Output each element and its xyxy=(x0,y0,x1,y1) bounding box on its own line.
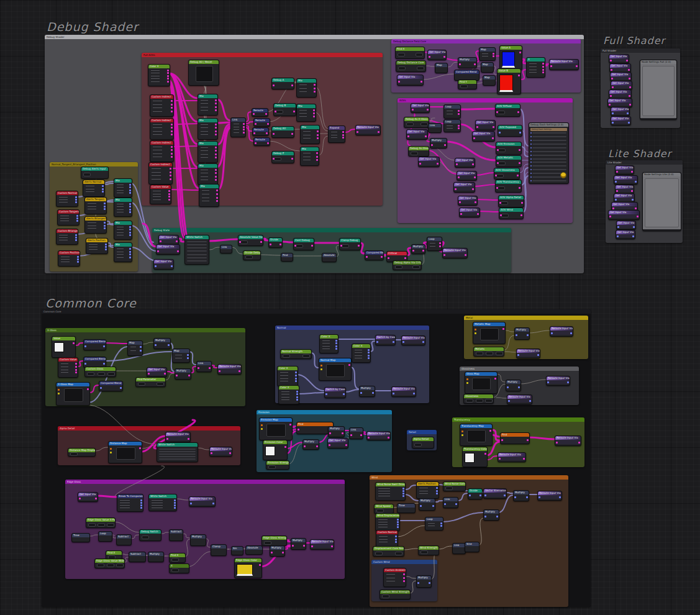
value-slider[interactable] xyxy=(142,535,149,539)
node[interactable]: Reroute Input Via xyxy=(550,326,573,337)
value-slider[interactable] xyxy=(398,53,405,57)
socket[interactable] xyxy=(140,504,142,506)
socket[interactable] xyxy=(215,102,217,104)
socket[interactable] xyxy=(440,522,442,524)
socket[interactable] xyxy=(215,157,217,158)
value-slider[interactable] xyxy=(476,352,483,355)
value-slider[interactable] xyxy=(88,523,96,527)
value-slider[interactable] xyxy=(264,541,271,545)
socket[interactable] xyxy=(140,499,142,501)
socket[interactable] xyxy=(316,159,318,161)
socket[interactable] xyxy=(216,200,218,202)
node[interactable]: Color X xyxy=(319,334,339,353)
socket[interactable] xyxy=(439,242,441,244)
node[interactable]: Get Input Via xyxy=(411,103,430,113)
socket[interactable] xyxy=(215,169,217,171)
socket[interactable] xyxy=(296,391,298,393)
node[interactable]: Reroute Input Via xyxy=(516,348,540,358)
value-slider[interactable] xyxy=(496,174,504,178)
value-slider[interactable] xyxy=(157,382,164,386)
node[interactable]: Emission Color xyxy=(263,440,288,460)
node[interactable]: Loop xyxy=(425,517,443,531)
socket[interactable] xyxy=(75,366,77,368)
node[interactable]: Map xyxy=(481,62,494,73)
value-slider[interactable] xyxy=(501,214,509,217)
node[interactable]: AOV Translucency xyxy=(495,180,522,193)
node[interactable]: Alerts Bitangent xyxy=(84,216,107,234)
socket[interactable] xyxy=(215,127,217,129)
socket[interactable] xyxy=(402,490,404,492)
socket[interactable] xyxy=(296,396,298,398)
socket[interactable] xyxy=(216,189,218,191)
node[interactable]: Reroute xyxy=(252,108,268,117)
socket[interactable] xyxy=(402,495,404,497)
socket[interactable] xyxy=(335,348,337,350)
node[interactable]: Mix xyxy=(300,147,319,166)
socket[interactable] xyxy=(368,355,370,357)
value-slider[interactable] xyxy=(412,265,420,269)
node[interactable]: Reroute xyxy=(252,127,269,136)
socket[interactable] xyxy=(493,53,494,55)
node[interactable]: AOV Glossiness xyxy=(494,168,520,180)
node[interactable]: Multiply xyxy=(514,327,530,340)
node[interactable]: Get Input Via xyxy=(609,89,632,99)
node[interactable]: Custom Normal xyxy=(56,191,78,207)
node[interactable]: Glossiness xyxy=(463,394,494,404)
node[interactable]: Find Parameter xyxy=(135,377,166,387)
value-slider[interactable] xyxy=(382,594,389,598)
node[interactable]: Debug Distance Core xyxy=(396,60,426,72)
node[interactable]: X xyxy=(169,563,189,573)
node[interactable]: Debug A xyxy=(271,78,294,89)
node[interactable]: Alerts Position xyxy=(86,238,108,254)
socket[interactable] xyxy=(314,84,316,86)
value-slider[interactable] xyxy=(240,240,248,244)
node[interactable]: Get Input Via xyxy=(609,63,631,73)
node[interactable]: Get Input Via xyxy=(153,259,174,270)
socket[interactable] xyxy=(168,199,170,201)
node[interactable]: Custom Gloss xyxy=(84,367,116,377)
node[interactable]: Multiply xyxy=(302,439,319,450)
node[interactable]: Link xyxy=(443,497,458,508)
node[interactable]: Clamp xyxy=(211,544,227,556)
socket[interactable] xyxy=(167,81,169,83)
socket[interactable] xyxy=(105,246,107,248)
value-slider[interactable] xyxy=(245,255,253,259)
node[interactable]: AOV Diffuse xyxy=(495,104,520,117)
node[interactable]: Debug AO / Bevel xyxy=(188,60,219,86)
node[interactable]: Debug Switch xyxy=(139,529,161,541)
node[interactable]: Get Input Via xyxy=(458,196,478,206)
node[interactable]: Mix xyxy=(198,163,218,185)
node[interactable]: Debug As Gloss xyxy=(408,146,429,157)
socket[interactable] xyxy=(168,196,170,198)
node[interactable]: Get Input Via xyxy=(457,171,477,181)
socket[interactable] xyxy=(174,507,176,509)
node[interactable]: Translucency Color xyxy=(462,447,488,467)
node[interactable]: Sine xyxy=(465,542,480,552)
socket[interactable] xyxy=(403,577,405,579)
node[interactable]: Alerts Position xyxy=(416,481,439,499)
value-slider[interactable] xyxy=(376,509,384,512)
value-slider[interactable] xyxy=(268,465,276,469)
node[interactable]: Compared Blend xyxy=(83,339,106,350)
node[interactable]: Get Input Via xyxy=(615,184,634,194)
socket[interactable] xyxy=(215,176,217,178)
node[interactable]: Absolute xyxy=(245,545,263,555)
node[interactable]: Subtract xyxy=(129,552,146,562)
socket[interactable] xyxy=(171,146,173,148)
node[interactable]: Get Input Via xyxy=(607,98,632,107)
value-slider[interactable] xyxy=(406,122,414,126)
node[interactable]: Custom Indirect xyxy=(150,140,174,162)
socket[interactable] xyxy=(458,125,460,127)
value-slider[interactable] xyxy=(498,186,505,190)
value-slider[interactable] xyxy=(466,399,473,403)
value-slider[interactable] xyxy=(476,399,483,403)
value-slider[interactable] xyxy=(375,552,383,555)
value-slider[interactable] xyxy=(83,173,91,176)
socket[interactable] xyxy=(104,208,106,210)
socket[interactable] xyxy=(129,184,131,186)
node[interactable]: Mix xyxy=(198,94,218,116)
node[interactable]: Subtract xyxy=(169,529,183,541)
node[interactable]: Get Input Via xyxy=(614,175,638,184)
node[interactable]: Reroute Input Via xyxy=(165,432,191,442)
value-slider[interactable] xyxy=(342,244,349,248)
